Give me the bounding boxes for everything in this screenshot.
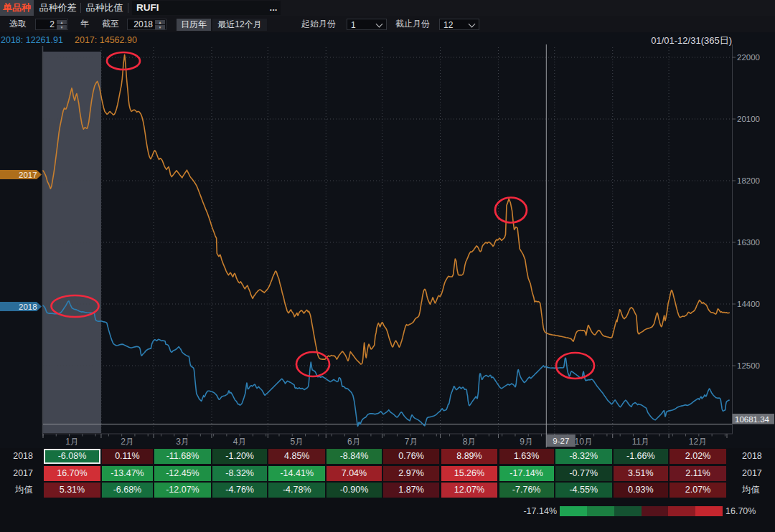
svg-text:11月: 11月 [632,437,649,447]
svg-text:2月: 2月 [121,437,134,447]
svg-text:5月: 5月 [290,437,304,447]
svg-text:9月: 9月 [520,437,533,447]
svg-text:2018: 2018 [19,303,37,311]
svg-text:22000: 22000 [737,53,760,62]
svg-text:12500: 12500 [737,361,760,370]
svg-text:18200: 18200 [737,176,760,185]
svg-text:9-27: 9-27 [553,437,569,445]
svg-text:10月: 10月 [575,437,593,447]
svg-text:6月: 6月 [347,437,361,447]
svg-text:3月: 3月 [176,437,189,447]
svg-text:4月: 4月 [233,437,247,447]
svg-text:7月: 7月 [405,437,418,447]
svg-text:2017: 2017 [19,171,37,179]
svg-text:8月: 8月 [463,437,476,447]
svg-text:1月: 1月 [65,437,79,447]
svg-text:14400: 14400 [737,300,760,308]
svg-text:12月: 12月 [689,437,707,447]
svg-text:16300: 16300 [737,238,760,247]
svg-text:10681.34: 10681.34 [735,415,770,424]
svg-text:20100: 20100 [737,115,760,123]
